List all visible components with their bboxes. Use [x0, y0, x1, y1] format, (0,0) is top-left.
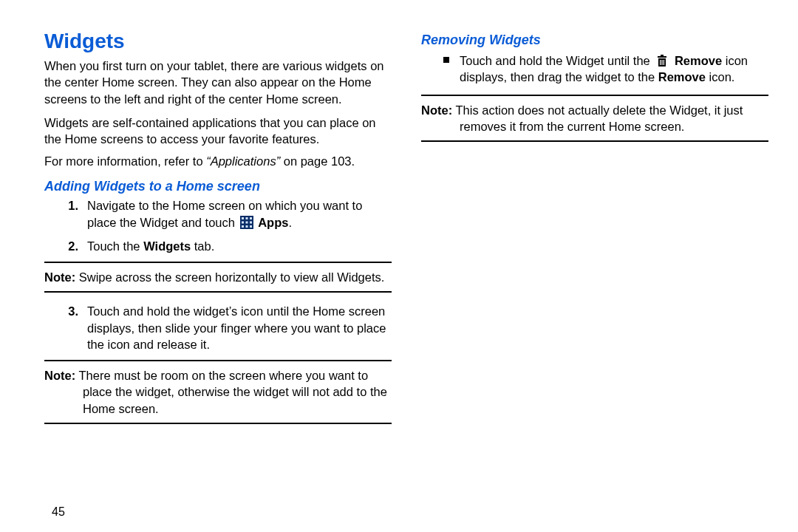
bullet-a: Touch and hold the Widget until the	[460, 54, 653, 67]
left-column: Widgets When you first turn on your tabl…	[44, 30, 392, 532]
svg-rect-5	[245, 221, 248, 223]
svg-rect-11	[661, 55, 664, 56]
step2-text-c: tab.	[191, 239, 214, 253]
step1-bold: Apps	[258, 216, 288, 229]
svg-rect-2	[245, 217, 248, 219]
note-body: Swipe across the screen horizontally to …	[75, 270, 384, 284]
svg-rect-8	[245, 225, 248, 228]
page-number: 45	[52, 505, 65, 519]
note-body: This action does not actually delete the…	[452, 103, 743, 133]
svg-rect-3	[250, 217, 252, 219]
bullet-square-icon	[443, 57, 449, 63]
subheading-removing: Removing Widgets	[421, 33, 768, 48]
ref-prefix: For more information, refer to	[44, 154, 206, 168]
intro-paragraph-2: Widgets are self-contained applications …	[44, 115, 392, 148]
note-2: Note: There must be room on the screen w…	[44, 360, 392, 424]
note-body: There must be room on the screen where y…	[75, 369, 387, 415]
step-text: Touch and hold the widget’s icon until t…	[87, 303, 392, 352]
step-number: 2.	[58, 238, 78, 254]
note-removing: Note: This action does not actually dele…	[421, 95, 768, 143]
step-text: Touch the Widgets tab.	[87, 238, 392, 254]
subheading-adding: Adding Widgets to a Home screen	[44, 179, 392, 194]
removing-bullet: Touch and hold the Widget until the Remo…	[421, 52, 768, 86]
cross-reference: For more information, refer to “Applicat…	[44, 154, 392, 168]
note-label: Note:	[44, 270, 75, 284]
trash-icon	[656, 54, 668, 67]
bullet-bold-1: Remove	[675, 54, 722, 67]
note-label: Note:	[421, 103, 452, 117]
steps-list: 1. Navigate to the Home screen on which …	[44, 197, 392, 254]
svg-rect-9	[250, 225, 252, 228]
bullet-text: Touch and hold the Widget until the Remo…	[460, 52, 768, 86]
step2-bold: Widgets	[143, 239, 191, 253]
svg-rect-13	[660, 60, 661, 65]
steps-list-continued: 3. Touch and hold the widget’s icon unti…	[44, 303, 392, 352]
svg-rect-14	[662, 60, 663, 65]
step-3: 3. Touch and hold the widget’s icon unti…	[44, 303, 392, 352]
svg-rect-10	[658, 56, 666, 58]
step1-text-a: Navigate to the Home screen on which you…	[87, 199, 362, 228]
svg-rect-7	[242, 225, 244, 228]
svg-rect-6	[250, 221, 252, 223]
bullet-bold-2: Remove	[658, 70, 706, 83]
note-label: Note:	[44, 369, 75, 382]
step1-text-c: .	[288, 216, 292, 229]
svg-rect-1	[242, 217, 244, 219]
step2-text-a: Touch the	[87, 239, 143, 253]
ref-suffix: on page 103.	[280, 154, 355, 168]
step-number: 3.	[58, 303, 78, 319]
step-number: 1.	[58, 197, 78, 214]
svg-rect-4	[242, 221, 244, 223]
section-title: Widgets	[44, 30, 392, 53]
intro-paragraph-1: When you first turn on your tablet, ther…	[44, 58, 392, 107]
note-1: Note: Swipe across the screen horizontal…	[44, 262, 392, 293]
ref-quote: “Applications”	[206, 154, 280, 168]
step-text: Navigate to the Home screen on which you…	[87, 197, 392, 231]
step-2: 2. Touch the Widgets tab.	[44, 238, 392, 254]
svg-rect-15	[664, 60, 664, 65]
bullet-end: icon.	[706, 70, 734, 83]
step-1: 1. Navigate to the Home screen on which …	[44, 197, 392, 231]
apps-grid-icon	[240, 216, 253, 229]
right-column: Removing Widgets Touch and hold the Widg…	[421, 30, 768, 532]
